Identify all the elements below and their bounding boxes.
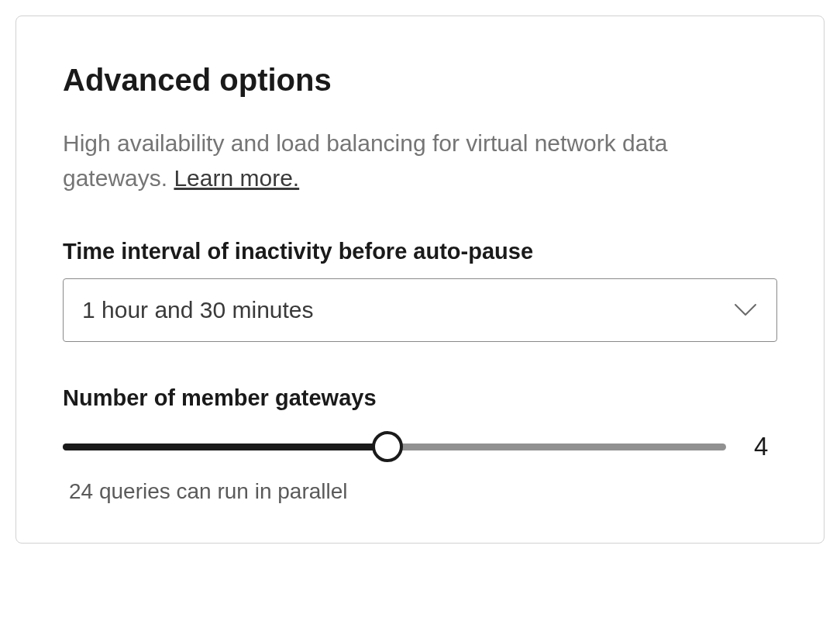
slider-fill: [63, 444, 387, 450]
time-interval-select[interactable]: 1 hour and 30 minutes: [63, 278, 777, 342]
member-gateways-label: Number of member gateways: [63, 385, 777, 411]
slider-thumb[interactable]: [372, 431, 403, 462]
panel-heading: Advanced options: [63, 63, 777, 98]
panel-description: High availability and load balancing for…: [63, 126, 777, 195]
member-gateways-value: 4: [754, 432, 777, 461]
member-gateways-caption: 24 queries can run in parallel: [69, 479, 777, 504]
chevron-down-icon: [733, 302, 758, 318]
learn-more-link[interactable]: Learn more.: [174, 165, 299, 191]
time-interval-label: Time interval of inactivity before auto-…: [63, 239, 777, 264]
advanced-options-panel: Advanced options High availability and l…: [15, 16, 825, 544]
description-text: High availability and load balancing for…: [63, 130, 667, 191]
member-gateways-slider-row: 4: [63, 430, 777, 464]
time-interval-value: 1 hour and 30 minutes: [82, 297, 733, 323]
member-gateways-slider[interactable]: [63, 430, 726, 464]
